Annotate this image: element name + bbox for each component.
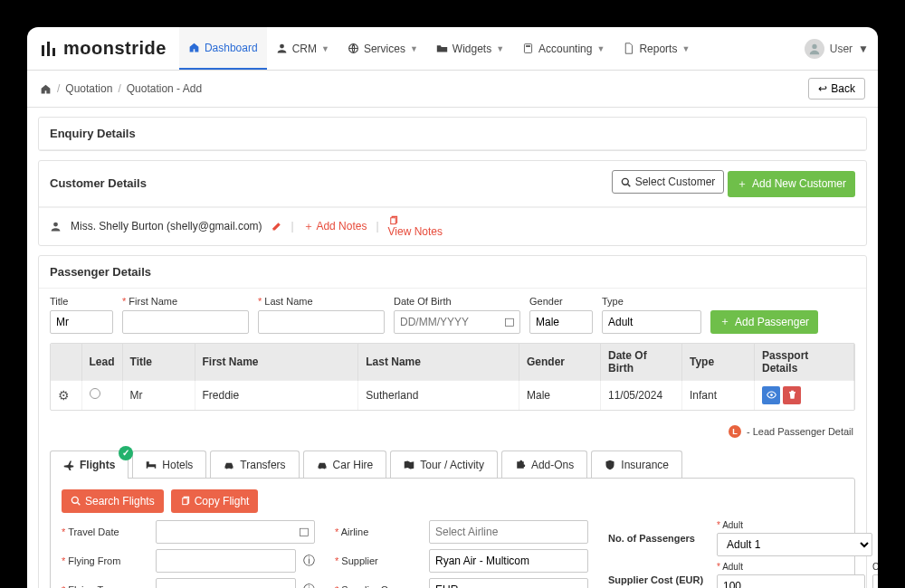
gender-select[interactable]: [529, 310, 593, 334]
lead-radio[interactable]: [90, 388, 100, 399]
breadcrumb-l1[interactable]: Quotation: [65, 82, 112, 95]
svg-rect-15: [300, 528, 309, 536]
svg-point-12: [770, 394, 773, 396]
legend: L - Lead Passenger Detail: [39, 418, 866, 445]
tab-transfers[interactable]: Transfers: [210, 450, 299, 479]
label-firstname: First Name: [122, 296, 249, 307]
info-icon[interactable]: ⓘ: [303, 553, 315, 569]
search-flights-button[interactable]: Search Flights: [62, 489, 164, 513]
nav-label: Dashboard: [205, 42, 258, 54]
nav-services[interactable]: Services ▼: [338, 27, 427, 70]
car-icon: [317, 460, 328, 470]
brand-name: moonstride: [63, 38, 167, 59]
search-icon: [621, 177, 631, 187]
chevron-down-icon: ▼: [681, 44, 690, 53]
view-passport-button[interactable]: [762, 386, 780, 404]
back-label: Back: [831, 82, 855, 95]
supplier-currency-input[interactable]: [429, 578, 588, 589]
flying-to-input[interactable]: [156, 578, 296, 589]
nav-reports[interactable]: Reports ▼: [614, 27, 699, 70]
document-icon: [623, 43, 634, 54]
copy-flight-button[interactable]: Copy Flight: [171, 489, 259, 513]
label-lastname: Last Name: [258, 296, 385, 307]
nav-dashboard[interactable]: Dashboard: [179, 27, 267, 70]
select-customer-label: Select Customer: [635, 175, 716, 188]
supplier-input[interactable]: [429, 549, 588, 573]
type-select[interactable]: [602, 310, 701, 334]
back-button[interactable]: ↩ Back: [808, 78, 865, 100]
label-adult: Adult: [717, 562, 865, 572]
airline-select[interactable]: [429, 520, 588, 544]
plus-icon: ＋: [737, 176, 748, 192]
col-title: Title: [122, 344, 195, 381]
gear-icon[interactable]: ⚙: [58, 388, 70, 403]
delete-passport-button[interactable]: [783, 386, 801, 404]
nav-crm[interactable]: CRM ▼: [267, 27, 338, 70]
nav-widgets[interactable]: Widgets ▼: [427, 27, 513, 70]
user-menu[interactable]: User ▼: [805, 39, 869, 59]
label-airline: Airline: [335, 526, 422, 537]
label-flying-to: Flying To: [62, 584, 148, 589]
dob-input[interactable]: [394, 310, 520, 334]
copy-icon: [388, 215, 443, 225]
home-icon[interactable]: [40, 83, 52, 95]
cell-title: Mr: [122, 380, 195, 410]
calculator-icon: [522, 43, 534, 54]
svg-point-7: [812, 43, 816, 48]
nav-items: Dashboard CRM ▼ Services ▼ Widgets ▼ Acc…: [179, 27, 699, 70]
svg-rect-14: [182, 498, 187, 505]
lastname-input[interactable]: [258, 310, 385, 334]
tab-flights[interactable]: Flights ✓: [50, 450, 129, 479]
flying-from-input[interactable]: [156, 549, 296, 573]
tab-insurance[interactable]: Insurance: [591, 450, 682, 479]
info-icon[interactable]: ⓘ: [303, 582, 315, 589]
np-adult-select[interactable]: Adult 1: [717, 533, 872, 556]
label-supplier-currency: Supplier Currency: [335, 584, 422, 589]
view-notes-link[interactable]: View Notes: [388, 215, 443, 238]
calendar-icon[interactable]: [299, 526, 310, 537]
nav-label: Widgets: [452, 43, 491, 55]
passenger-table: Lead Title First Name Last Name Gender D…: [50, 343, 855, 411]
label-adult: Adult: [717, 520, 872, 530]
add-passenger-button[interactable]: ＋ Add Passenger: [710, 310, 818, 334]
plane-icon: [63, 460, 74, 470]
add-notes-link[interactable]: ＋ Add Notes: [303, 219, 367, 234]
calendar-icon[interactable]: [504, 317, 515, 327]
label-flying-from: Flying From: [62, 555, 148, 566]
add-customer-button[interactable]: ＋ Add New Customer: [728, 171, 855, 197]
travel-date-input[interactable]: [156, 520, 315, 544]
svg-rect-2: [52, 48, 55, 56]
title-input[interactable]: [50, 310, 113, 334]
col-gender: Gender: [519, 344, 601, 381]
label-gender: Gender: [529, 296, 593, 307]
service-tabs: Flights ✓ Hotels Transfers Car Hire: [50, 450, 855, 589]
svg-point-13: [71, 497, 78, 503]
svg-rect-11: [506, 318, 514, 326]
breadcrumb: / Quotation / Quotation - Add: [40, 82, 202, 95]
cost-adult-input[interactable]: [717, 574, 865, 589]
globe-icon: [348, 43, 359, 54]
cost-children-input[interactable]: [872, 574, 878, 589]
col-lead: Lead: [81, 344, 122, 381]
tab-addons[interactable]: Add-Ons: [501, 450, 587, 479]
label-type: Type: [602, 296, 701, 307]
col-dob: Date Of Birth: [601, 344, 682, 381]
car-icon: [224, 460, 234, 470]
svg-point-8: [622, 178, 628, 185]
firstname-input[interactable]: [122, 310, 249, 334]
cell-type: Infant: [682, 380, 755, 410]
tab-hotels[interactable]: Hotels: [132, 450, 206, 479]
edit-customer-icon[interactable]: [272, 221, 282, 232]
copy-icon: [180, 496, 190, 506]
svg-point-9: [53, 222, 58, 226]
nav-accounting[interactable]: Accounting ▼: [513, 27, 614, 70]
select-customer-button[interactable]: Select Customer: [612, 170, 725, 194]
svg-rect-1: [47, 42, 50, 56]
cell-dob: 11/05/2024: [601, 380, 682, 410]
label-title: Title: [50, 296, 113, 307]
tab-tour[interactable]: Tour / Activity: [390, 450, 498, 479]
tab-carhire[interactable]: Car Hire: [303, 450, 387, 479]
check-badge-icon: ✓: [119, 446, 133, 460]
legend-text: - Lead Passenger Detail: [747, 426, 853, 437]
chevron-down-icon: ▼: [496, 44, 504, 53]
